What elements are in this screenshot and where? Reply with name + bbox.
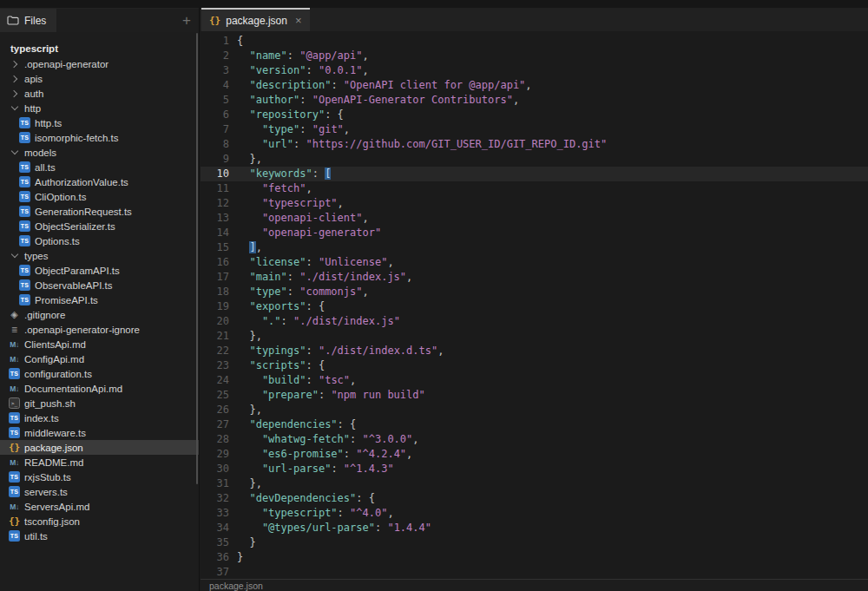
code-line-text: "url": "https://github.com/GIT_USER_ID/G… xyxy=(237,137,607,152)
line-number: 13 xyxy=(201,211,229,226)
code-line-28[interactable]: 28 "whatwg-fetch": "^3.0.0", xyxy=(201,432,868,447)
code-area[interactable]: 1{2 "name": "@app/api",3 "version": "0.0… xyxy=(201,31,868,579)
line-number: 9 xyxy=(201,152,229,167)
code-line-8[interactable]: 8 "url": "https://github.com/GIT_USER_ID… xyxy=(201,137,868,152)
code-line-27[interactable]: 27 "dependencies": { xyxy=(201,417,868,432)
tree-item-ServersApi.md[interactable]: M↓ServersApi.md xyxy=(0,499,199,514)
tree-folder-auth[interactable]: auth xyxy=(0,86,199,101)
code-line-31[interactable]: 31 }, xyxy=(201,476,868,491)
code-line-16[interactable]: 16 "license": "Unlicense", xyxy=(201,255,868,270)
code-line-20[interactable]: 20 ".": "./dist/index.js" xyxy=(201,314,868,329)
tree-item-ObjectSerializer.ts[interactable]: TSObjectSerializer.ts xyxy=(0,219,199,233)
code-line-3[interactable]: 3 "version": "0.0.1", xyxy=(201,63,868,78)
tree-item-util.ts[interactable]: TSutil.ts xyxy=(0,529,199,543)
code-line-33[interactable]: 33 "typescript": "^4.0", xyxy=(201,506,868,521)
editor-window: Files + typescript.openapi-generatorapis… xyxy=(0,0,868,591)
code-line-17[interactable]: 17 "main": "./dist/index.js", xyxy=(201,270,868,285)
tab-package-json[interactable]: {} package.json × xyxy=(201,8,310,31)
tree-folder-models[interactable]: models xyxy=(0,145,199,160)
code-line-6[interactable]: 6 "repository": { xyxy=(201,108,868,122)
markdown-file-icon: M↓ xyxy=(10,355,18,364)
line-number: 25 xyxy=(201,388,229,403)
tree-folder-.openapi-generator[interactable]: .openapi-generator xyxy=(0,56,199,71)
tree-item-middleware.ts[interactable]: TSmiddleware.ts xyxy=(0,425,199,440)
code-line-14[interactable]: 14 "openapi-generator" xyxy=(201,226,868,240)
tree-item-Options.ts[interactable]: TSOptions.ts xyxy=(0,233,199,248)
code-line-37[interactable]: 37 xyxy=(201,565,868,579)
tree-folder-http[interactable]: http xyxy=(0,101,199,115)
code-line-7[interactable]: 7 "type": "git", xyxy=(201,122,868,137)
code-line-25[interactable]: 25 "prepare": "npm run build" xyxy=(201,388,868,403)
tree-item-label: README.md xyxy=(24,457,83,468)
code-line-5[interactable]: 5 "author": "OpenAPI-Generator Contribut… xyxy=(201,93,868,108)
code-line-19[interactable]: 19 "exports": { xyxy=(201,299,868,314)
code-line-15[interactable]: 15 ], xyxy=(201,240,868,255)
tree-item-DocumentationApi.md[interactable]: M↓DocumentationApi.md xyxy=(0,381,199,396)
tree-item-http.ts[interactable]: TShttp.ts xyxy=(0,115,199,130)
tree-item-ConfigApi.md[interactable]: M↓ConfigApi.md xyxy=(0,351,199,366)
tree-item-label: PromiseAPI.ts xyxy=(35,295,98,305)
code-line-13[interactable]: 13 "openapi-client", xyxy=(201,211,868,226)
typescript-file-icon: TS xyxy=(19,294,30,305)
line-number: 24 xyxy=(201,373,229,388)
tree-item-AuthorizationValue.ts[interactable]: TSAuthorizationValue.ts xyxy=(0,174,199,189)
tree-item-label: .openapi-generator-ignore xyxy=(24,325,140,335)
line-number: 37 xyxy=(201,565,229,579)
code-line-35[interactable]: 35 } xyxy=(201,535,868,550)
tree-item-.gitignore[interactable]: ◈.gitignore xyxy=(0,307,199,322)
code-line-26[interactable]: 26 }, xyxy=(201,403,868,417)
code-line-text: "exports": { xyxy=(237,299,325,314)
code-line-18[interactable]: 18 "type": "commonjs", xyxy=(201,285,868,299)
code-line-30[interactable]: 30 "url-parse": "^1.4.3" xyxy=(201,462,868,476)
code-line-2[interactable]: 2 "name": "@app/api", xyxy=(201,49,868,63)
code-line-32[interactable]: 32 "devDependencies": { xyxy=(201,491,868,506)
tree-item-GenerationRequest.ts[interactable]: TSGenerationRequest.ts xyxy=(0,204,199,219)
code-line-22[interactable]: 22 "typings": "./dist/index.d.ts", xyxy=(201,344,868,358)
code-line-text: "version": "0.0.1", xyxy=(237,63,369,78)
typescript-file-icon: TS xyxy=(19,265,30,276)
line-number: 19 xyxy=(201,299,229,314)
tree-item-servers.ts[interactable]: TSservers.ts xyxy=(0,484,199,499)
tree-item-isomorphic-fetch.ts[interactable]: TSisomorphic-fetch.ts xyxy=(0,130,199,145)
code-line-23[interactable]: 23 "scripts": { xyxy=(201,358,868,373)
line-number: 2 xyxy=(201,49,229,63)
files-panel-tab[interactable]: Files xyxy=(0,9,56,32)
tree-item-configuration.ts[interactable]: TSconfiguration.ts xyxy=(0,366,199,381)
tree-item-README.md[interactable]: M↓README.md xyxy=(0,455,199,470)
code-line-4[interactable]: 4 "description": "OpenAPI client for @ap… xyxy=(201,78,868,93)
tree-item-tsconfig.json[interactable]: {}tsconfig.json xyxy=(0,514,199,529)
tree-item-git_push.sh[interactable]: >_git_push.sh xyxy=(0,396,199,410)
code-line-text: "typescript", xyxy=(237,196,344,211)
tree-item-PromiseAPI.ts[interactable]: TSPromiseAPI.ts xyxy=(0,292,199,307)
tree-folder-types[interactable]: types xyxy=(0,248,199,263)
tree-item-ObservableAPI.ts[interactable]: TSObservableAPI.ts xyxy=(0,278,199,292)
code-line-9[interactable]: 9 }, xyxy=(201,152,868,167)
sidebar-scrollbar[interactable] xyxy=(196,33,198,484)
tree-item-rxjsStub.ts[interactable]: TSrxjsStub.ts xyxy=(0,470,199,484)
tree-item-ClientsApi.md[interactable]: M↓ClientsApi.md xyxy=(0,337,199,351)
tree-item-ObjectParamAPI.ts[interactable]: TSObjectParamAPI.ts xyxy=(0,263,199,278)
code-line-12[interactable]: 12 "typescript", xyxy=(201,196,868,211)
tree-item-CliOption.ts[interactable]: TSCliOption.ts xyxy=(0,189,199,204)
code-line-34[interactable]: 34 "@types/url-parse": "1.4.4" xyxy=(201,521,868,535)
code-line-36[interactable]: 36} xyxy=(201,550,868,565)
tree-item-.openapi-generator-ignore[interactable]: ≡.openapi-generator-ignore xyxy=(0,322,199,337)
code-line-text: "url-parse": "^1.4.3" xyxy=(237,462,394,476)
code-line-24[interactable]: 24 "build": "tsc", xyxy=(201,373,868,388)
line-number: 10 xyxy=(201,167,229,181)
tree-folder-apis[interactable]: apis xyxy=(0,71,199,86)
typescript-file-icon: TS xyxy=(9,530,20,542)
code-line-11[interactable]: 11 "fetch", xyxy=(201,181,868,196)
add-file-button[interactable]: + xyxy=(182,13,191,28)
tree-item-package.json[interactable]: {}package.json xyxy=(0,440,199,455)
code-line-1[interactable]: 1{ xyxy=(201,34,868,49)
tree-root[interactable]: typescript xyxy=(0,40,199,56)
code-line-10[interactable]: 10 "keywords": [ xyxy=(201,167,868,181)
tree-item-label: typescript xyxy=(10,43,58,54)
code-line-21[interactable]: 21 }, xyxy=(201,329,868,344)
close-tab-icon[interactable]: × xyxy=(295,15,302,26)
code-line-29[interactable]: 29 "es6-promise": "^4.2.4", xyxy=(201,447,868,462)
tree-item-index.ts[interactable]: TSindex.ts xyxy=(0,410,199,425)
line-number: 14 xyxy=(201,226,229,240)
tree-item-all.ts[interactable]: TSall.ts xyxy=(0,160,199,174)
